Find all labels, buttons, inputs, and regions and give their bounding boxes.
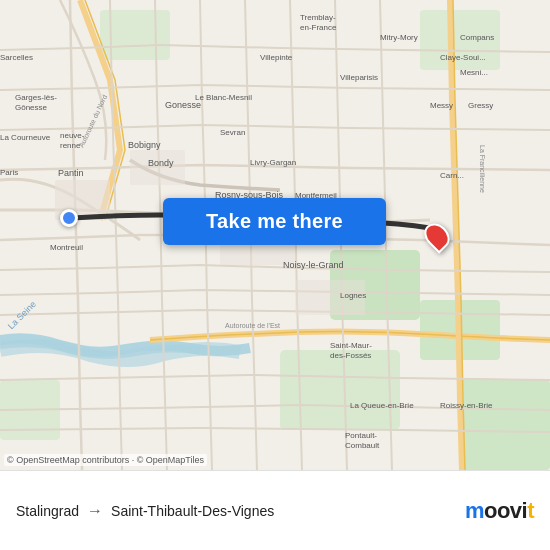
footer: Stalingrad → Saint-Thibault-Des-Vignes m… [0, 470, 550, 550]
svg-text:Livry-Gargan: Livry-Gargan [250, 158, 296, 167]
take-me-there-button[interactable]: Take me there [163, 198, 386, 245]
footer-route-info: Stalingrad → Saint-Thibault-Des-Vignes [16, 502, 274, 520]
route-arrow-icon: → [87, 502, 103, 520]
svg-text:Villeparisis: Villeparisis [340, 73, 378, 82]
svg-text:Pantin: Pantin [58, 168, 84, 178]
svg-text:Gonesse: Gonesse [165, 100, 201, 110]
svg-text:Le Blanc-Mesnil: Le Blanc-Mesnil [195, 93, 252, 102]
svg-rect-7 [460, 380, 550, 470]
svg-text:Gônesse: Gônesse [15, 103, 48, 112]
moovit-logo: moovit [465, 498, 534, 524]
svg-text:Bobigny: Bobigny [128, 140, 161, 150]
svg-text:La Queue-en-Brie: La Queue-en-Brie [350, 401, 414, 410]
map-attribution: © OpenStreetMap contributors · © OpenMap… [4, 454, 207, 466]
svg-text:Mesni...: Mesni... [460, 68, 488, 77]
svg-text:Villepinte: Villepinte [260, 53, 293, 62]
map-container: Pantin Bobigny Bondy Rosny-sous-Bois Noi… [0, 0, 550, 470]
svg-text:Mitry-Mory: Mitry-Mory [380, 33, 418, 42]
route-button-label: Take me there [206, 210, 343, 233]
destination-marker [426, 222, 448, 250]
svg-text:Combault: Combault [345, 441, 380, 450]
svg-text:Sarcelles: Sarcelles [0, 53, 33, 62]
svg-text:des-Fossés: des-Fossés [330, 351, 371, 360]
svg-text:Claye-Soui...: Claye-Soui... [440, 53, 486, 62]
svg-text:Pontault-: Pontault- [345, 431, 377, 440]
origin-station: Stalingrad [16, 503, 79, 519]
svg-text:Compans: Compans [460, 33, 494, 42]
svg-text:Tremblay-: Tremblay- [300, 13, 336, 22]
svg-text:Carn...: Carn... [440, 171, 464, 180]
svg-text:Paris: Paris [0, 168, 18, 177]
destination-station: Saint-Thibault-Des-Vignes [111, 503, 274, 519]
svg-text:La Courneuve: La Courneuve [0, 133, 51, 142]
svg-text:Lognes: Lognes [340, 291, 366, 300]
svg-text:Garges-lès-: Garges-lès- [15, 93, 57, 102]
origin-marker [60, 209, 78, 227]
svg-text:Montreuil: Montreuil [50, 243, 83, 252]
svg-text:Noisy-le-Grand: Noisy-le-Grand [283, 260, 344, 270]
route-summary: Stalingrad → Saint-Thibault-Des-Vignes [16, 502, 274, 520]
svg-text:Autoroute de l'Est: Autoroute de l'Est [225, 322, 280, 329]
moovit-logo-text: moovit [465, 498, 534, 524]
svg-text:Roissy-en-Brie: Roissy-en-Brie [440, 401, 493, 410]
svg-text:Bondy: Bondy [148, 158, 174, 168]
svg-text:Gressy: Gressy [468, 101, 493, 110]
svg-text:Saint-Maur-: Saint-Maur- [330, 341, 372, 350]
svg-text:Sevran: Sevran [220, 128, 245, 137]
svg-text:La Francilienne: La Francilienne [479, 145, 486, 193]
svg-text:Messy: Messy [430, 101, 453, 110]
svg-text:en-France: en-France [300, 23, 337, 32]
